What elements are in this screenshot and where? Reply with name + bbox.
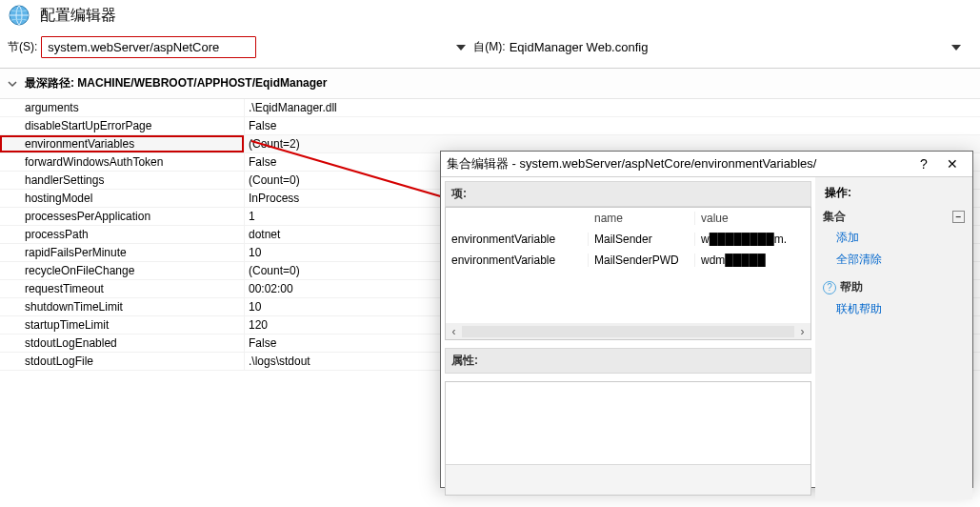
section-label: 节(S):	[8, 39, 37, 55]
from-dropdown[interactable]: 自(M): EqidManager Web.config	[473, 39, 972, 55]
scroll-right-icon[interactable]: ›	[794, 323, 810, 339]
deepest-path-header[interactable]: 最深路径: MACHINE/WEBROOT/APPHOST/EqidManage…	[0, 69, 980, 98]
add-link[interactable]: 添加	[823, 227, 965, 249]
horizontal-scrollbar[interactable]: ‹ ›	[446, 323, 810, 339]
online-help-link[interactable]: 联机帮助	[823, 298, 965, 320]
globe-icon	[8, 4, 30, 27]
dialog-help-button[interactable]: ?	[910, 156, 938, 172]
actions-panel: 操作: 集合 − 添加 全部清除 ? 帮助 联机帮助	[815, 177, 972, 499]
section-input[interactable]: system.webServer/aspNetCore	[41, 36, 256, 58]
property-key: handlerSettings	[0, 172, 244, 189]
from-value: EqidManager Web.config	[510, 40, 951, 54]
items-row[interactable]: environmentVariableMailSenderPWDwdm█████	[446, 250, 810, 271]
property-key: recycleOnFileChange	[0, 262, 244, 279]
help-icon: ?	[823, 281, 836, 294]
property-value: .\EqidManager.dll	[244, 99, 980, 116]
cell-type: environmentVariable	[446, 233, 589, 246]
property-key: processPath	[0, 226, 244, 243]
deepest-path-text: 最深路径: MACHINE/WEBROOT/APPHOST/EqidManage…	[25, 75, 327, 91]
col-value: value	[695, 212, 810, 225]
property-row[interactable]: disableStartUpErrorPageFalse	[0, 117, 980, 135]
property-key: shutdownTimeLimit	[0, 298, 244, 315]
dialog-title: 集合编辑器 - system.webServer/aspNetCore/envi…	[447, 155, 910, 172]
help-group[interactable]: ? 帮助	[823, 276, 965, 298]
property-key: forwardWindowsAuthToken	[0, 153, 244, 171]
collection-editor-dialog: 集合编辑器 - system.webServer/aspNetCore/envi…	[440, 151, 973, 488]
cell-type: environmentVariable	[446, 254, 589, 267]
window-title: 配置编辑器	[40, 6, 116, 26]
actions-header: 操作:	[823, 181, 965, 207]
cell-value: wdm█████	[695, 254, 810, 267]
collapse-icon[interactable]: −	[952, 211, 965, 223]
cell-name: MailSenderPWD	[589, 254, 695, 267]
property-key: arguments	[0, 99, 244, 116]
group-collection[interactable]: 集合 −	[823, 207, 965, 227]
props-panel[interactable]	[445, 381, 811, 496]
items-panel[interactable]: namevalueenvironmentVariableMailSenderw█…	[445, 207, 811, 340]
property-key: processesPerApplication	[0, 208, 244, 225]
window-titlebar: 配置编辑器	[0, 0, 980, 30]
property-key: rapidFailsPerMinute	[0, 244, 244, 261]
dialog-titlebar[interactable]: 集合编辑器 - system.webServer/aspNetCore/envi…	[441, 152, 972, 176]
items-header: 项:	[445, 181, 811, 207]
property-value: False	[244, 117, 980, 134]
property-key: disableStartUpErrorPage	[0, 117, 244, 134]
from-label: 自(M):	[473, 39, 505, 55]
chevron-down-icon	[8, 79, 17, 89]
scroll-track[interactable]	[462, 326, 794, 337]
section-dropdown-icon[interactable]	[456, 45, 466, 51]
dialog-close-button[interactable]: ✕	[938, 156, 967, 172]
property-key: startupTimeLimit	[0, 316, 244, 334]
property-key: environmentVariables	[0, 135, 244, 152]
from-dropdown-icon[interactable]	[951, 45, 961, 51]
property-key: stdoutLogFile	[0, 353, 244, 370]
items-row[interactable]: environmentVariableMailSenderw████████m.	[446, 229, 810, 250]
property-key: hostingModel	[0, 190, 244, 207]
section-value: system.webServer/aspNetCore	[48, 40, 219, 54]
cell-value: w████████m.	[695, 233, 810, 246]
property-key: stdoutLogEnabled	[0, 335, 244, 352]
property-row[interactable]: arguments.\EqidManager.dll	[0, 99, 980, 117]
items-header-row: namevalue	[446, 208, 810, 229]
props-header: 属性:	[445, 348, 811, 374]
scroll-left-icon[interactable]: ‹	[446, 323, 462, 339]
property-key: requestTimeout	[0, 280, 244, 297]
toolbar: 节(S): system.webServer/aspNetCore 自(M): …	[0, 30, 980, 68]
clear-all-link[interactable]: 全部清除	[823, 249, 965, 271]
cell-name: MailSender	[589, 233, 695, 246]
col-name: name	[589, 212, 695, 225]
